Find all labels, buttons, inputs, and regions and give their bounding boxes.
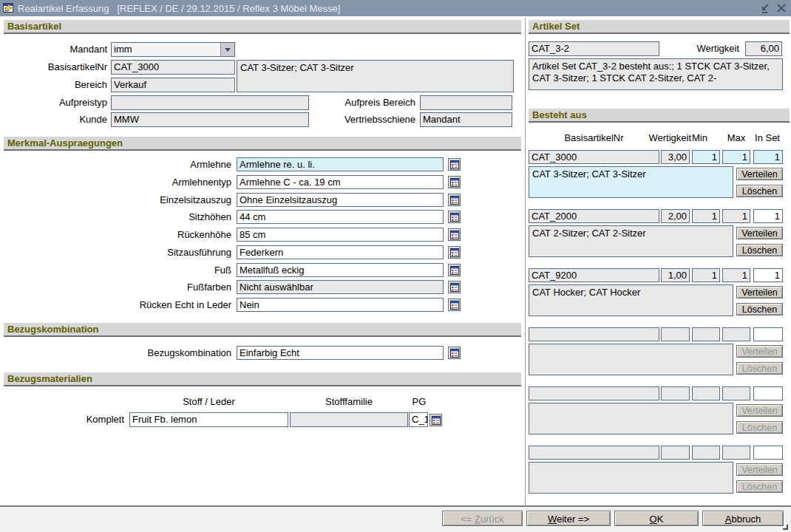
- merkmal-value-field[interactable]: Nein: [237, 298, 444, 312]
- set-item-wertigkeit-field[interactable]: 3,00: [661, 150, 690, 164]
- panel-divider: [525, 18, 526, 505]
- set-item-max-field[interactable]: [722, 327, 750, 341]
- set-item-nr-field[interactable]: [529, 446, 659, 460]
- title-bar[interactable]: Realartikel Erfassung [REFLEX / DE / 29.…: [0, 0, 791, 16]
- chevron-down-icon[interactable]: [220, 43, 234, 56]
- basisartikelnr-field[interactable]: CAT_3000: [111, 60, 235, 75]
- merkmal-value-field[interactable]: Nicht auswählbar: [237, 280, 444, 294]
- wertigkeit-label: Wertigkeit: [665, 41, 739, 56]
- basisartikel-description-field: CAT 3-Sitzer; CAT 3-Sitzer: [237, 60, 514, 92]
- set-item-in-set-field[interactable]: [753, 446, 783, 460]
- merkmal-value-field[interactable]: Armlehne C - ca. 19 cm: [237, 175, 444, 189]
- set-item-min-field[interactable]: [692, 386, 720, 400]
- set-item-wertigkeit-field[interactable]: [661, 386, 690, 400]
- aufpreis-bereich-label: Aufpreis Bereich: [318, 95, 415, 110]
- loeschen-button[interactable]: Löschen: [736, 303, 783, 316]
- set-item-nr-field[interactable]: CAT_3000: [529, 150, 659, 164]
- merkmal-lov-button[interactable]: [448, 299, 461, 311]
- zurueck-button[interactable]: <= Zurück: [442, 511, 523, 526]
- section-header-basisartikel: Basisartikel: [4, 20, 521, 34]
- set-item-nr-field[interactable]: [529, 327, 659, 341]
- merkmal-value-field[interactable]: Armlehne re. u. li.: [237, 157, 444, 171]
- merkmal-value-field[interactable]: Federkern: [237, 245, 444, 259]
- set-item-in-set-field[interactable]: 1: [753, 209, 783, 223]
- kunde-field[interactable]: MMW: [111, 112, 309, 127]
- set-item-max-field[interactable]: [722, 386, 750, 400]
- aufpreis-bereich-field[interactable]: [420, 95, 512, 110]
- set-item-max-field[interactable]: 1: [722, 209, 750, 223]
- pg-lov-button[interactable]: [430, 414, 442, 426]
- merkmal-lov-button[interactable]: [448, 246, 461, 259]
- verteilen-button[interactable]: Verteilen: [736, 227, 783, 239]
- list-of-values-icon: [450, 301, 459, 310]
- bereich-field[interactable]: Verkauf: [111, 78, 235, 92]
- close-icon: [777, 4, 786, 13]
- merkmal-lov-button[interactable]: [448, 281, 461, 293]
- resize-grip[interactable]: [783, 525, 788, 530]
- loeschen-button: Löschen: [736, 421, 783, 434]
- basisartikelnr-label: BasisartikelNr: [7, 60, 107, 75]
- bezugskombination-field[interactable]: Einfarbig Echt: [237, 346, 444, 360]
- list-of-values-icon: [450, 266, 459, 275]
- mandant-select[interactable]: imm: [111, 42, 235, 57]
- komplett-label: Komplett: [74, 412, 124, 427]
- mandant-label: Mandant: [7, 42, 107, 57]
- restore-window-button[interactable]: [758, 2, 772, 14]
- set-item-max-field[interactable]: 1: [722, 150, 750, 164]
- stofffamilie-field[interactable]: [290, 412, 408, 427]
- set-item-wertigkeit-field[interactable]: [661, 446, 690, 460]
- set-item-wertigkeit-field[interactable]: 2,00: [661, 209, 690, 223]
- bezugskombination-label: Bezugskombination: [44, 346, 231, 361]
- set-item-in-set-field[interactable]: 1: [753, 268, 783, 282]
- close-window-button[interactable]: [775, 2, 788, 14]
- weiter-button[interactable]: Weiter =>: [526, 511, 611, 526]
- section-header-bezugsmaterialien: Bezugsmaterialien: [4, 372, 521, 386]
- vertriebsschiene-label: Vertriebsschiene: [318, 112, 415, 127]
- set-item-min-field[interactable]: 1: [692, 209, 720, 223]
- pg-field[interactable]: C_12: [409, 412, 428, 427]
- set-item-max-field[interactable]: 1: [722, 268, 750, 282]
- set-item-nr-field[interactable]: [529, 386, 659, 400]
- merkmal-lov-button[interactable]: [448, 176, 461, 188]
- set-item-in-set-field[interactable]: [753, 386, 783, 400]
- abbruch-button[interactable]: Abbruch: [702, 511, 784, 526]
- set-item-min-field[interactable]: 1: [692, 150, 720, 164]
- verteilen-button: Verteilen: [736, 345, 783, 358]
- merkmal-lov-button[interactable]: [448, 158, 461, 171]
- vertriebsschiene-field[interactable]: Mandant: [420, 112, 512, 127]
- verteilen-button[interactable]: Verteilen: [736, 168, 783, 180]
- set-item-nr-field[interactable]: CAT_2000: [529, 209, 659, 223]
- merkmal-label: Armlehne: [44, 157, 231, 172]
- set-item-min-field[interactable]: [692, 327, 720, 341]
- set-item-in-set-field[interactable]: 1: [753, 150, 783, 164]
- wertigkeit-field[interactable]: 6,00: [745, 41, 782, 56]
- merkmal-lov-button[interactable]: [448, 194, 461, 206]
- merkmal-label: Sitzausführung: [44, 245, 231, 260]
- merkmal-lov-button[interactable]: [448, 211, 461, 223]
- stoff-leder-field[interactable]: Fruit Fb. lemon: [129, 412, 288, 427]
- set-item-max-field[interactable]: [722, 446, 750, 460]
- merkmal-value-field[interactable]: 44 cm: [237, 210, 444, 224]
- merkmal-value-field[interactable]: 85 cm: [237, 228, 444, 242]
- merkmal-value-field[interactable]: Metallfuß eckig: [237, 263, 444, 277]
- verteilen-button: Verteilen: [736, 404, 783, 417]
- merkmal-lov-button[interactable]: [448, 264, 461, 276]
- set-item-wertigkeit-field[interactable]: [661, 327, 690, 341]
- artikel-set-nr-field[interactable]: CAT_3-2: [529, 41, 659, 56]
- ok-button[interactable]: OK: [614, 511, 699, 526]
- aufpreistyp-field[interactable]: [111, 95, 309, 110]
- set-item-min-field[interactable]: [692, 446, 720, 460]
- set-item-in-set-field[interactable]: [753, 327, 783, 341]
- set-item-nr-field[interactable]: CAT_9200: [529, 268, 659, 282]
- set-item-description-field: CAT 3-Sitzer; CAT 3-Sitzer: [529, 166, 733, 198]
- loeschen-button[interactable]: Löschen: [736, 244, 783, 256]
- verteilen-button[interactable]: Verteilen: [736, 286, 783, 299]
- merkmal-value-field[interactable]: Ohne Einzelsitzauszug: [237, 193, 444, 207]
- set-item-wertigkeit-field[interactable]: 1,00: [661, 268, 690, 282]
- loeschen-button[interactable]: Löschen: [736, 185, 783, 197]
- merkmal-label: Rückenhöhe: [44, 228, 231, 242]
- mandant-value: imm: [112, 43, 220, 56]
- bezugskombination-lov-button[interactable]: [448, 347, 461, 359]
- set-item-min-field[interactable]: 1: [692, 268, 720, 282]
- merkmal-lov-button[interactable]: [448, 228, 461, 241]
